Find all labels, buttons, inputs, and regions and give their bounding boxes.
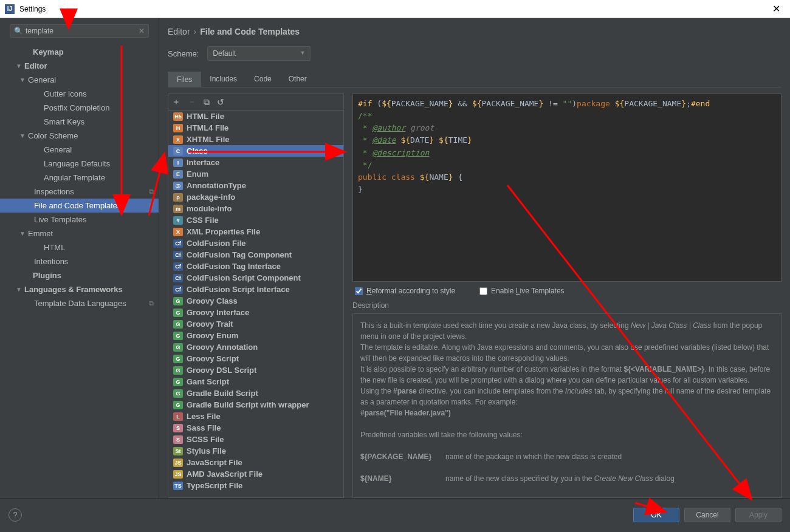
tree-editor[interactable]: ▼Editor	[0, 59, 159, 73]
template-item[interactable]: GGroovy Interface	[168, 307, 343, 318]
tab-code[interactable]: Code	[246, 72, 280, 87]
project-badge-icon: ⧉	[149, 202, 154, 210]
template-item[interactable]: CfColdFusion Script Component	[168, 272, 343, 284]
help-icon[interactable]: ?	[9, 508, 22, 522]
enable-live-checkbox[interactable]: Enable Live Templates	[479, 287, 565, 295]
project-badge-icon: ⧉	[149, 299, 154, 307]
remove-icon[interactable]: －	[188, 97, 196, 107]
project-badge-icon: ⧉	[149, 188, 154, 196]
description-box: This is a built-in template used each ti…	[352, 313, 781, 498]
tree-html[interactable]: HTML	[0, 240, 159, 254]
tree-emmet[interactable]: ▼Emmet	[0, 227, 159, 240]
tree-plugins[interactable]: Plugins	[0, 268, 159, 282]
template-item[interactable]: GGroovy Class	[168, 295, 343, 307]
tab-files[interactable]: Files	[168, 72, 201, 87]
breadcrumb: Editor›File and Code Templates	[168, 27, 781, 36]
template-item[interactable]: GGant Script	[168, 376, 343, 387]
tree-angular[interactable]: Angular Template	[0, 171, 159, 185]
template-item[interactable]: XXHTML File	[168, 134, 343, 145]
template-item[interactable]: CfColdFusion Script Interface	[168, 284, 343, 295]
template-item[interactable]: JSAMD JavaScript File	[168, 468, 343, 480]
template-item[interactable]: CClass	[168, 145, 343, 157]
template-item[interactable]: GGroovy Trait	[168, 318, 343, 330]
titlebar: IJ Settings ✕	[0, 0, 790, 18]
settings-tree: Keymap ▼Editor ▼General Gutter Icons Pos…	[0, 43, 159, 498]
template-item[interactable]: CfColdFusion File	[168, 237, 343, 249]
tree-postfix[interactable]: Postfix Completion	[0, 101, 159, 115]
tree-live[interactable]: Live Templates	[0, 213, 159, 227]
template-item[interactable]: HHTML4 File	[168, 122, 343, 134]
template-list-panel: ＋ － ⧉ ↺ H5HTML FileHHTML4 FileXXHTML Fil…	[168, 94, 344, 498]
close-icon[interactable]: ✕	[768, 3, 785, 15]
content-panel: Editor›File and Code Templates Scheme: D…	[159, 18, 790, 498]
tree-gutter[interactable]: Gutter Icons	[0, 87, 159, 101]
template-item[interactable]: H5HTML File	[168, 111, 343, 122]
template-item[interactable]: GGroovy Enum	[168, 330, 343, 341]
description-label: Description	[352, 300, 781, 313]
tree-smartkeys[interactable]: Smart Keys	[0, 115, 159, 129]
template-item[interactable]: @AnnotationType	[168, 180, 343, 191]
search-input-wrap[interactable]: 🔍 ✕	[10, 24, 149, 38]
template-item[interactable]: #CSS File	[168, 214, 343, 226]
dialog-footer: ? OK Cancel Apply	[0, 498, 790, 531]
window-title: Settings	[19, 5, 768, 13]
tree-general2[interactable]: General	[0, 143, 159, 157]
tree-colorscheme[interactable]: ▼Color Scheme	[0, 129, 159, 143]
reformat-checkbox[interactable]: Reformat according to style	[355, 287, 455, 295]
tree-file-code-templates[interactable]: File and Code Templates⧉	[0, 199, 159, 213]
template-item[interactable]: XXML Properties File	[168, 226, 343, 237]
cancel-button[interactable]: Cancel	[684, 508, 730, 522]
template-item[interactable]: IInterface	[168, 157, 343, 168]
template-item[interactable]: mmodule-info	[168, 203, 343, 214]
template-item[interactable]: JSJavaScript File	[168, 457, 343, 468]
tab-includes[interactable]: Includes	[201, 72, 246, 87]
tree-langs[interactable]: ▼Languages & Frameworks	[0, 282, 159, 296]
template-item[interactable]: GGradle Build Script with wrapper	[168, 399, 343, 411]
search-icon: 🔍	[14, 27, 23, 35]
template-item[interactable]: SSCSS File	[168, 434, 343, 445]
template-item[interactable]: LLess File	[168, 411, 343, 422]
tree-intentions[interactable]: Intentions	[0, 254, 159, 268]
settings-sidebar: 🔍 ✕ Keymap ▼Editor ▼General Gutter Icons…	[0, 18, 159, 498]
tree-general[interactable]: ▼General	[0, 73, 159, 87]
template-code-editor[interactable]: #if (${PACKAGE_NAME} && ${PACKAGE_NAME} …	[352, 94, 781, 282]
search-input[interactable]	[26, 27, 139, 35]
add-icon[interactable]: ＋	[172, 97, 180, 107]
tab-other[interactable]: Other	[280, 72, 315, 87]
scheme-select[interactable]: Default	[207, 46, 311, 61]
app-logo: IJ	[5, 4, 15, 14]
template-item[interactable]: SSass File	[168, 422, 343, 434]
template-item[interactable]: CfColdFusion Tag Component	[168, 249, 343, 261]
tree-inspections[interactable]: Inspections⧉	[0, 185, 159, 199]
template-toolbar: ＋ － ⧉ ↺	[168, 94, 343, 111]
template-item[interactable]: EEnum	[168, 168, 343, 180]
template-tabs: Files Includes Code Other	[168, 72, 781, 87]
tree-keymap[interactable]: Keymap	[0, 45, 159, 59]
template-item[interactable]: GGradle Build Script	[168, 387, 343, 399]
template-item[interactable]: TSTypeScript File	[168, 480, 343, 491]
template-item[interactable]: StStylus File	[168, 445, 343, 457]
tree-tdl[interactable]: Template Data Languages⧉	[0, 296, 159, 310]
template-item[interactable]: GGroovy DSL Script	[168, 364, 343, 376]
copy-icon[interactable]: ⧉	[204, 97, 210, 107]
template-item[interactable]: ppackage-info	[168, 191, 343, 203]
clear-search-icon[interactable]: ✕	[139, 27, 145, 35]
scheme-label: Scheme:	[168, 49, 199, 58]
ok-button[interactable]: OK	[633, 508, 679, 522]
template-item[interactable]: GGroovy Annotation	[168, 341, 343, 353]
template-item[interactable]: CfColdFusion Tag Interface	[168, 261, 343, 272]
template-item[interactable]: GGroovy Script	[168, 353, 343, 364]
apply-button[interactable]: Apply	[735, 508, 781, 522]
revert-icon[interactable]: ↺	[217, 97, 224, 107]
template-list[interactable]: H5HTML FileHHTML4 FileXXHTML FileCClassI…	[168, 111, 343, 497]
tree-langdef[interactable]: Language Defaults	[0, 157, 159, 171]
